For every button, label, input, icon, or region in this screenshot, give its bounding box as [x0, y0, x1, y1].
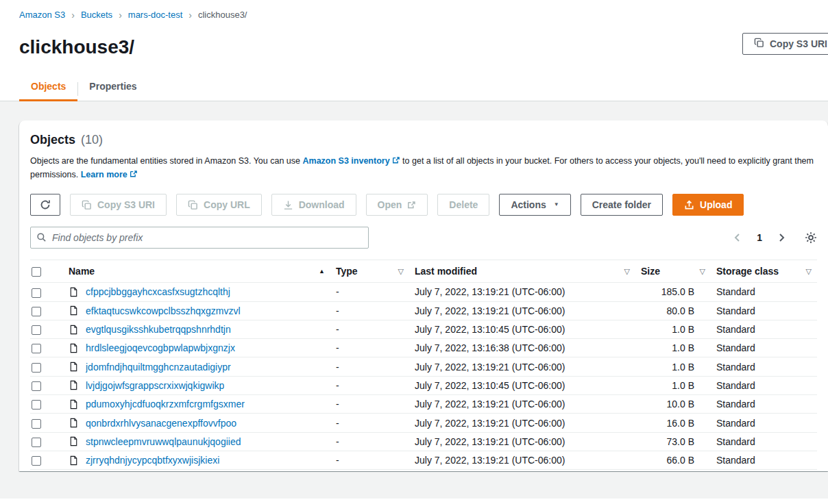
find-objects-input[interactable]: [30, 227, 369, 249]
file-icon: [69, 436, 79, 446]
sort-icon: ▽: [398, 267, 404, 276]
upload-label: Upload: [700, 199, 732, 210]
object-last-modified: July 7, 2022, 13:10:45 (UTC-06:00): [409, 320, 635, 338]
row-checkbox[interactable]: [32, 307, 41, 316]
tab-objects[interactable]: Objects: [19, 77, 77, 101]
open-label: Open: [378, 199, 402, 210]
object-name-link[interactable]: qonbrdxrhlvysanacgenexpffovvfpoo: [86, 418, 236, 429]
row-checkbox[interactable]: [32, 344, 41, 353]
download-button[interactable]: Download: [271, 194, 356, 216]
object-name-link[interactable]: hrdlsleegjoqevcogbpwlapwbjxgnzjx: [86, 342, 235, 353]
object-storage-class: Standard: [711, 339, 817, 357]
table-row: cfppcjbbggayhcxcasfxsugtzhcqlthj - July …: [30, 283, 817, 301]
object-name-link[interactable]: stpnwcleepmvruwwqlpaunukjqogiied: [86, 436, 241, 447]
external-link-icon: [407, 201, 416, 210]
copy-s3-uri-label: Copy S3 URI: [97, 199, 155, 210]
object-last-modified: July 7, 2022, 13:19:21 (UTC-06:00): [409, 301, 635, 320]
object-name-link[interactable]: lvjdjgojwfsgrappscrxixwjqkigwikp: [86, 380, 224, 391]
object-last-modified: July 7, 2022, 13:19:21 (UTC-06:00): [409, 432, 635, 451]
object-size: 16.0 B: [635, 414, 711, 432]
description-text-1: Objects are the fundamental entities sto…: [30, 156, 302, 166]
copy-url-label: Copy URL: [204, 199, 250, 210]
breadcrumb-amazon-s3[interactable]: Amazon S3: [19, 10, 65, 20]
sort-icon: ▽: [624, 267, 630, 276]
actions-button[interactable]: Actions ▼: [499, 194, 570, 216]
external-link-icon: [127, 170, 138, 179]
object-storage-class: Standard: [711, 357, 817, 376]
column-header-size[interactable]: Size▽: [641, 266, 705, 277]
download-label: Download: [299, 199, 345, 210]
column-header-storage-class[interactable]: Storage class▽: [716, 266, 812, 277]
object-size: 185.0 B: [635, 283, 711, 301]
tab-properties[interactable]: Properties: [77, 77, 148, 101]
row-checkbox[interactable]: [32, 456, 41, 466]
object-type: -: [330, 451, 409, 469]
row-checkbox[interactable]: [32, 288, 41, 298]
refresh-button[interactable]: [30, 194, 60, 216]
page-title: clickhouse3/: [19, 36, 828, 58]
column-header-type[interactable]: Type▽: [336, 266, 404, 277]
tab-bar: Objects Properties: [0, 77, 828, 101]
object-size: 73.0 B: [635, 432, 711, 451]
object-last-modified: July 7, 2022, 13:19:21 (UTC-06:00): [409, 414, 635, 432]
row-checkbox[interactable]: [32, 325, 41, 335]
page-header: Amazon S3 › Buckets › mars-doc-test › cl…: [0, 0, 828, 58]
file-icon: [69, 399, 79, 410]
caret-down-icon: ▼: [554, 202, 559, 207]
object-size: 1.0 B: [635, 376, 711, 394]
object-storage-class: Standard: [711, 451, 817, 469]
object-size: 1.0 B: [635, 339, 711, 357]
object-name-link[interactable]: pdumoxyhjcdfuoqkrzxmfcrgmfgsxmer: [86, 399, 245, 410]
delete-label: Delete: [449, 199, 478, 210]
objects-heading-label: Objects: [30, 133, 75, 147]
copy-icon: [188, 200, 198, 210]
object-last-modified: July 7, 2022, 13:10:45 (UTC-06:00): [409, 376, 635, 394]
delete-button[interactable]: Delete: [437, 194, 489, 216]
object-storage-class: Standard: [711, 283, 817, 301]
current-page-number[interactable]: 1: [757, 232, 762, 243]
objects-panel: Objects (10) Objects are the fundamental…: [19, 121, 828, 471]
object-name-link[interactable]: zjrryqhdnjycypcqbtfxyxwjisjkiexi: [86, 455, 219, 466]
object-size: 66.0 B: [635, 451, 711, 469]
object-name-link[interactable]: evgtlqusgiksshkubetrqqpshnrhdtjn: [86, 324, 231, 335]
select-all-checkbox[interactable]: [32, 267, 41, 277]
object-size: 1.0 B: [635, 357, 711, 376]
row-checkbox[interactable]: [32, 363, 41, 373]
row-checkbox[interactable]: [32, 400, 41, 410]
amazon-s3-inventory-link[interactable]: Amazon S3 inventory: [302, 156, 400, 166]
copy-s3-uri-header-button[interactable]: Copy S3 URI: [742, 33, 828, 55]
previous-page-button[interactable]: [732, 232, 743, 243]
storage-class-header-label: Storage class: [716, 266, 779, 277]
breadcrumb-separator-icon: ›: [71, 10, 75, 20]
open-button[interactable]: Open: [366, 194, 428, 216]
table-row: jdomfndjhquiltmgghcnzautadigiypr - July …: [30, 357, 817, 376]
column-header-last-modified[interactable]: Last modified▽: [415, 266, 630, 277]
file-icon: [69, 305, 79, 316]
breadcrumb-buckets[interactable]: Buckets: [81, 10, 112, 20]
row-checkbox[interactable]: [32, 438, 41, 447]
breadcrumb: Amazon S3 › Buckets › mars-doc-test › cl…: [19, 10, 828, 20]
objects-toolbar: Copy S3 URI Copy URL Download Open Delet…: [30, 194, 817, 216]
object-name-link[interactable]: efktaqtucswkcowpclbsszhqxgzmvzvl: [86, 305, 241, 316]
preferences-button[interactable]: [805, 231, 817, 244]
learn-more-link[interactable]: Learn more: [81, 170, 138, 179]
gear-icon: [805, 231, 817, 244]
copy-s3-uri-button[interactable]: Copy S3 URI: [70, 194, 167, 216]
search-row: 1: [30, 227, 817, 249]
upload-button[interactable]: Upload: [672, 194, 744, 216]
copy-url-button[interactable]: Copy URL: [176, 194, 262, 216]
breadcrumb-separator-icon: ›: [119, 10, 122, 20]
object-storage-class: Standard: [711, 376, 817, 394]
breadcrumb-bucket-name[interactable]: mars-doc-test: [128, 10, 182, 20]
next-page-button[interactable]: [776, 232, 787, 243]
table-row: qonbrdxrhlvysanacgenexpffovvfpoo - July …: [30, 414, 817, 432]
object-size: 80.0 B: [635, 301, 711, 320]
row-checkbox[interactable]: [32, 419, 41, 429]
object-name-link[interactable]: cfppcjbbggayhcxcasfxsugtzhcqlthj: [86, 286, 230, 297]
object-last-modified: July 7, 2022, 13:19:21 (UTC-06:00): [409, 283, 635, 301]
column-header-name[interactable]: Name▲: [69, 266, 325, 277]
object-name-link[interactable]: jdomfndjhquiltmgghcnzautadigiypr: [86, 362, 231, 373]
row-checkbox[interactable]: [32, 381, 41, 391]
create-folder-label: Create folder: [592, 199, 651, 210]
create-folder-button[interactable]: Create folder: [581, 194, 663, 216]
